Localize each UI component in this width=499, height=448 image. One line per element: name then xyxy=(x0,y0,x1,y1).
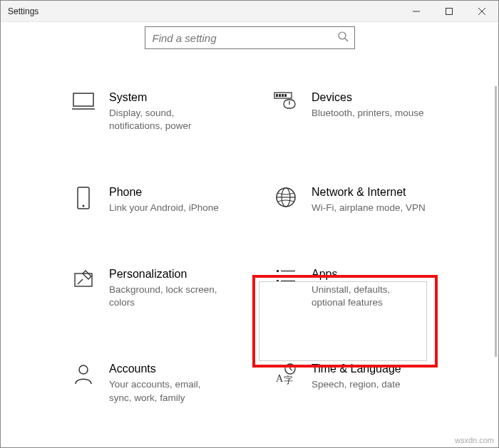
tile-accounts[interactable]: Accounts Your accounts, email, sync, wor… xyxy=(65,356,267,410)
tile-title: Time & Language xyxy=(312,362,401,377)
tile-title: Personalization xyxy=(109,267,223,282)
svg-text:A: A xyxy=(276,373,284,384)
tile-apps[interactable]: Apps Uninstall, defaults, optional featu… xyxy=(267,261,470,315)
scrollbar-thumb[interactable] xyxy=(495,86,497,357)
tile-system[interactable]: System Display, sound, notifications, po… xyxy=(65,85,267,138)
svg-rect-22 xyxy=(277,270,279,272)
tile-network[interactable]: Network & Internet Wi-Fi, airplane mode,… xyxy=(267,179,470,220)
tile-title: System xyxy=(109,90,223,105)
globe-icon xyxy=(273,185,299,208)
svg-rect-26 xyxy=(277,280,279,282)
svg-line-5 xyxy=(345,38,348,41)
search-icon xyxy=(337,31,349,45)
svg-point-4 xyxy=(339,32,346,39)
tile-devices[interactable]: Devices Bluetooth, printers, mouse xyxy=(267,85,470,138)
tile-subtitle: Display, sound, notifications, power xyxy=(109,107,223,132)
tile-title: Accounts xyxy=(109,362,223,377)
phone-icon xyxy=(71,185,96,209)
tile-subtitle: Wi-Fi, airplane mode, VPN xyxy=(312,202,426,214)
minimize-button[interactable] xyxy=(400,1,433,22)
watermark: wsxdn.com xyxy=(455,436,494,444)
tile-phone[interactable]: Phone Link your Android, iPhone xyxy=(65,179,267,220)
tile-subtitle: Your accounts, email, sync, work, family xyxy=(109,378,223,404)
accounts-icon xyxy=(71,362,96,385)
svg-rect-24 xyxy=(277,275,279,277)
system-icon xyxy=(71,90,96,110)
search-box[interactable] xyxy=(145,26,355,49)
tile-title: Network & Internet xyxy=(312,185,426,200)
svg-rect-1 xyxy=(446,8,453,14)
apps-icon xyxy=(273,267,299,287)
tile-subtitle: Background, lock screen, colors xyxy=(109,283,223,309)
svg-rect-10 xyxy=(279,94,281,97)
svg-line-21 xyxy=(78,279,83,284)
svg-line-31 xyxy=(290,369,292,370)
svg-rect-6 xyxy=(73,93,93,106)
tile-title: Devices xyxy=(312,90,424,105)
tile-subtitle: Bluetooth, printers, mouse xyxy=(312,107,424,120)
personalization-icon xyxy=(71,267,96,290)
tile-title: Phone xyxy=(109,185,219,200)
tile-subtitle: Uninstall, defaults, optional features xyxy=(312,283,426,309)
time-language-icon: A字 xyxy=(273,362,299,385)
svg-point-28 xyxy=(79,365,88,374)
search-input[interactable] xyxy=(151,31,337,45)
svg-rect-9 xyxy=(276,94,278,97)
tile-subtitle: Speech, region, date xyxy=(312,378,401,391)
tile-time-language[interactable]: A字 Time & Language Speech, region, date xyxy=(267,356,470,410)
maximize-button[interactable] xyxy=(433,1,465,22)
window-title: Settings xyxy=(8,6,38,16)
devices-icon xyxy=(273,90,299,110)
tile-personalization[interactable]: Personalization Background, lock screen,… xyxy=(65,261,267,315)
svg-point-16 xyxy=(83,205,85,207)
tile-subtitle: Link your Android, iPhone xyxy=(109,202,219,214)
svg-rect-11 xyxy=(282,94,284,97)
svg-text:字: 字 xyxy=(284,375,293,385)
svg-rect-20 xyxy=(75,274,92,286)
titlebar: Settings xyxy=(1,1,498,22)
tile-title: Apps xyxy=(312,267,426,282)
svg-rect-12 xyxy=(284,94,287,97)
close-button[interactable] xyxy=(465,1,498,22)
